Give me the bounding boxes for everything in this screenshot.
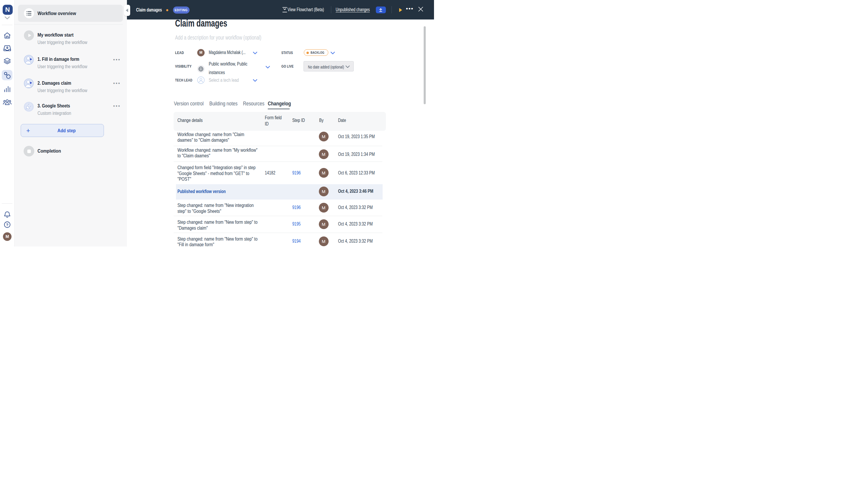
svg-text:?: ? xyxy=(6,222,8,227)
